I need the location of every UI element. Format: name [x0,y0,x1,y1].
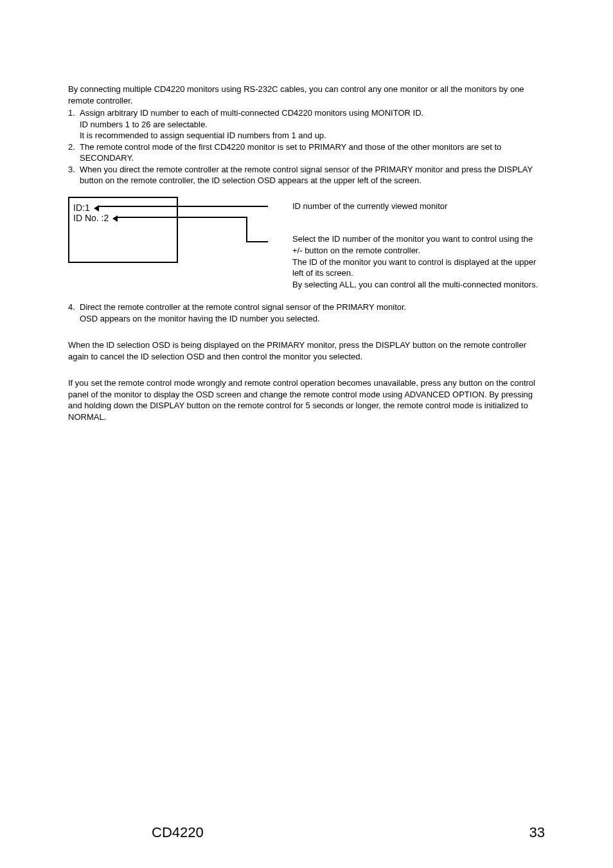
step-number: 3. [68,164,80,186]
arrow-left-icon [94,205,99,212]
footer-model: CD4220 [152,823,204,842]
ordered-list: 1. Assign arbitrary ID number to each of… [68,107,545,186]
callout-select-id: Select the ID number of the monitor you … [292,233,545,290]
osd-id-target-text: ID No. :2 [73,213,109,223]
note-reset: If you set the remote control mode wrong… [68,377,545,422]
step-1: 1. Assign arbitrary ID number to each of… [68,107,545,141]
step-text: OSD appears on the monitor having the ID… [80,313,545,325]
osd-id-target: ID No. :2 [73,212,118,224]
step-2: 2. The remote control mode of the first … [68,141,545,164]
osd-diagram: ID:1 ID No. :2 ID number of the currentl… [68,197,545,290]
step-number: 4. [68,302,80,324]
step-text: It is recommended to assign sequential I… [80,130,545,141]
intro-paragraph: By connecting multiple CD4220 monitors u… [68,84,545,106]
diagram-callouts: ID number of the currently viewed monito… [292,197,545,290]
note-osd-cancel: When the ID selection OSD is being displ… [68,339,545,362]
step-3: 3. When you direct the remote controller… [68,164,545,186]
ordered-list-continued: 4. Direct the remote controller at the r… [68,302,545,324]
callout-line: Select the ID number of the monitor you … [292,233,545,256]
callout-line: By selecting ALL, you can control all th… [292,279,545,291]
step-4: 4. Direct the remote controller at the r… [68,302,545,324]
step-text: The remote control mode of the first CD4… [80,141,545,164]
step-number: 1. [68,107,80,141]
step-text: Assign arbitrary ID number to each of mu… [80,107,545,119]
step-number: 2. [68,141,80,164]
step-text: When you direct the remote controller at… [80,164,545,186]
document-page: By connecting multiple CD4220 monitors u… [0,0,613,868]
footer-page-number: 33 [529,823,545,842]
callout-line: The ID of the monitor you want to contro… [292,257,545,279]
osd-id-current-text: ID:1 [73,203,90,213]
step-text: ID numbers 1 to 26 are selectable. [80,119,545,131]
step-text: Direct the remote controller at the remo… [80,302,545,313]
page-footer: CD4220 33 [68,823,545,842]
callout-current-id: ID number of the currently viewed monito… [292,201,545,212]
